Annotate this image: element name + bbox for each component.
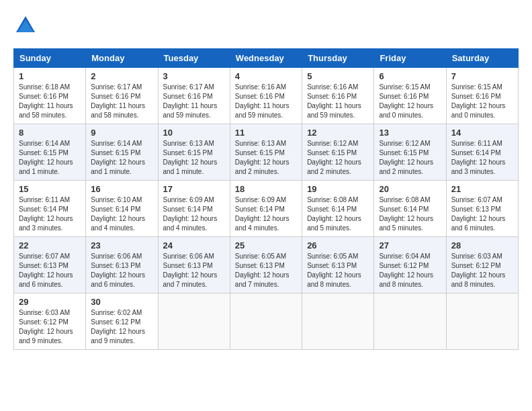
day-info: Sunrise: 6:02 AM Sunset: 6:12 PM Dayligh… — [91, 308, 152, 346]
day-cell: 3Sunrise: 6:17 AM Sunset: 6:16 PM Daylig… — [158, 68, 230, 124]
day-number: 7 — [451, 71, 513, 81]
day-info: Sunrise: 6:14 AM Sunset: 6:15 PM Dayligh… — [19, 139, 81, 177]
day-number: 25 — [235, 240, 297, 250]
day-cell: 7Sunrise: 6:15 AM Sunset: 6:16 PM Daylig… — [446, 68, 518, 124]
day-cell: 10Sunrise: 6:13 AM Sunset: 6:15 PM Dayli… — [158, 124, 230, 181]
day-number: 26 — [307, 240, 369, 250]
header-sunday: Sunday — [14, 49, 86, 68]
day-number: 27 — [379, 240, 441, 250]
day-number: 15 — [19, 184, 81, 194]
day-number: 3 — [163, 71, 225, 81]
day-number: 8 — [19, 128, 81, 138]
day-info: Sunrise: 6:18 AM Sunset: 6:16 PM Dayligh… — [19, 83, 81, 120]
week-row-2: 8Sunrise: 6:14 AM Sunset: 6:15 PM Daylig… — [14, 124, 519, 181]
day-cell: 29Sunrise: 6:03 AM Sunset: 6:12 PM Dayli… — [14, 293, 86, 350]
day-info: Sunrise: 6:11 AM Sunset: 6:14 PM Dayligh… — [451, 139, 513, 177]
day-number: 2 — [91, 71, 152, 81]
day-cell — [158, 293, 230, 350]
day-cell: 8Sunrise: 6:14 AM Sunset: 6:15 PM Daylig… — [14, 124, 86, 181]
day-cell: 17Sunrise: 6:09 AM Sunset: 6:14 PM Dayli… — [158, 181, 230, 237]
day-info: Sunrise: 6:03 AM Sunset: 6:12 PM Dayligh… — [451, 252, 513, 289]
day-number: 14 — [451, 128, 513, 138]
day-info: Sunrise: 6:06 AM Sunset: 6:13 PM Dayligh… — [91, 252, 152, 289]
day-number: 24 — [163, 240, 225, 250]
day-cell: 11Sunrise: 6:13 AM Sunset: 6:15 PM Dayli… — [230, 124, 302, 181]
day-cell: 23Sunrise: 6:06 AM Sunset: 6:13 PM Dayli… — [86, 237, 158, 293]
day-cell: 9Sunrise: 6:14 AM Sunset: 6:15 PM Daylig… — [86, 124, 158, 181]
header-wednesday: Wednesday — [230, 49, 302, 68]
day-cell: 24Sunrise: 6:06 AM Sunset: 6:13 PM Dayli… — [158, 237, 230, 293]
day-number: 12 — [307, 128, 369, 138]
day-number: 10 — [163, 128, 225, 138]
day-number: 22 — [19, 240, 81, 250]
day-cell: 12Sunrise: 6:12 AM Sunset: 6:15 PM Dayli… — [302, 124, 374, 181]
week-row-3: 15Sunrise: 6:11 AM Sunset: 6:14 PM Dayli… — [14, 181, 519, 237]
day-info: Sunrise: 6:06 AM Sunset: 6:13 PM Dayligh… — [163, 252, 225, 289]
day-info: Sunrise: 6:07 AM Sunset: 6:13 PM Dayligh… — [19, 252, 81, 289]
day-cell: 15Sunrise: 6:11 AM Sunset: 6:14 PM Dayli… — [14, 181, 86, 237]
day-cell: 28Sunrise: 6:03 AM Sunset: 6:12 PM Dayli… — [446, 237, 518, 293]
day-info: Sunrise: 6:14 AM Sunset: 6:15 PM Dayligh… — [91, 139, 152, 177]
day-info: Sunrise: 6:05 AM Sunset: 6:13 PM Dayligh… — [307, 252, 369, 289]
day-number: 29 — [19, 297, 81, 307]
day-cell: 25Sunrise: 6:05 AM Sunset: 6:13 PM Dayli… — [230, 237, 302, 293]
day-info: Sunrise: 6:08 AM Sunset: 6:14 PM Dayligh… — [379, 195, 441, 233]
day-cell: 1Sunrise: 6:18 AM Sunset: 6:16 PM Daylig… — [14, 68, 86, 124]
day-info: Sunrise: 6:08 AM Sunset: 6:14 PM Dayligh… — [307, 195, 369, 233]
day-cell: 6Sunrise: 6:15 AM Sunset: 6:16 PM Daylig… — [374, 68, 446, 124]
day-info: Sunrise: 6:10 AM Sunset: 6:14 PM Dayligh… — [91, 195, 152, 233]
day-number: 18 — [235, 184, 297, 194]
logo-icon — [13, 13, 38, 38]
day-cell — [302, 293, 374, 350]
day-cell: 19Sunrise: 6:08 AM Sunset: 6:14 PM Dayli… — [302, 181, 374, 237]
day-cell: 26Sunrise: 6:05 AM Sunset: 6:13 PM Dayli… — [302, 237, 374, 293]
day-info: Sunrise: 6:05 AM Sunset: 6:13 PM Dayligh… — [235, 252, 297, 289]
day-number: 5 — [307, 71, 369, 81]
week-row-1: 1Sunrise: 6:18 AM Sunset: 6:16 PM Daylig… — [14, 68, 519, 124]
day-number: 1 — [19, 71, 81, 81]
day-cell: 4Sunrise: 6:16 AM Sunset: 6:16 PM Daylig… — [230, 68, 302, 124]
day-number: 4 — [235, 71, 297, 81]
day-number: 11 — [235, 128, 297, 138]
day-number: 21 — [451, 184, 513, 194]
day-cell: 2Sunrise: 6:17 AM Sunset: 6:16 PM Daylig… — [86, 68, 158, 124]
day-number: 17 — [163, 184, 225, 194]
day-info: Sunrise: 6:17 AM Sunset: 6:16 PM Dayligh… — [91, 83, 152, 120]
day-info: Sunrise: 6:16 AM Sunset: 6:16 PM Dayligh… — [307, 83, 369, 120]
week-row-4: 22Sunrise: 6:07 AM Sunset: 6:13 PM Dayli… — [14, 237, 519, 293]
header-friday: Friday — [374, 49, 446, 68]
day-cell — [446, 293, 518, 350]
day-number: 28 — [451, 240, 513, 250]
day-info: Sunrise: 6:15 AM Sunset: 6:16 PM Dayligh… — [379, 83, 441, 120]
day-number: 16 — [91, 184, 152, 194]
day-info: Sunrise: 6:03 AM Sunset: 6:12 PM Dayligh… — [19, 308, 81, 346]
day-info: Sunrise: 6:16 AM Sunset: 6:16 PM Dayligh… — [235, 83, 297, 120]
page-header — [13, 13, 519, 38]
day-cell: 21Sunrise: 6:07 AM Sunset: 6:13 PM Dayli… — [446, 181, 518, 237]
day-number: 20 — [379, 184, 441, 194]
calendar: SundayMondayTuesdayWednesdayThursdayFrid… — [13, 48, 519, 350]
day-number: 6 — [379, 71, 441, 81]
day-info: Sunrise: 6:17 AM Sunset: 6:16 PM Dayligh… — [163, 83, 225, 120]
day-number: 19 — [307, 184, 369, 194]
day-cell: 22Sunrise: 6:07 AM Sunset: 6:13 PM Dayli… — [14, 237, 86, 293]
header-thursday: Thursday — [302, 49, 374, 68]
day-cell: 18Sunrise: 6:09 AM Sunset: 6:14 PM Dayli… — [230, 181, 302, 237]
day-cell: 13Sunrise: 6:12 AM Sunset: 6:15 PM Dayli… — [374, 124, 446, 181]
logo — [13, 13, 40, 38]
header-monday: Monday — [86, 49, 158, 68]
day-info: Sunrise: 6:11 AM Sunset: 6:14 PM Dayligh… — [19, 195, 81, 233]
header-tuesday: Tuesday — [158, 49, 230, 68]
week-row-5: 29Sunrise: 6:03 AM Sunset: 6:12 PM Dayli… — [14, 293, 519, 350]
day-info: Sunrise: 6:12 AM Sunset: 6:15 PM Dayligh… — [379, 139, 441, 177]
day-info: Sunrise: 6:12 AM Sunset: 6:15 PM Dayligh… — [307, 139, 369, 177]
day-number: 23 — [91, 240, 152, 250]
day-cell: 14Sunrise: 6:11 AM Sunset: 6:14 PM Dayli… — [446, 124, 518, 181]
day-number: 9 — [91, 128, 152, 138]
day-number: 30 — [91, 297, 152, 307]
day-info: Sunrise: 6:07 AM Sunset: 6:13 PM Dayligh… — [451, 195, 513, 233]
day-cell: 20Sunrise: 6:08 AM Sunset: 6:14 PM Dayli… — [374, 181, 446, 237]
day-info: Sunrise: 6:15 AM Sunset: 6:16 PM Dayligh… — [451, 83, 513, 120]
day-number: 13 — [379, 128, 441, 138]
day-info: Sunrise: 6:13 AM Sunset: 6:15 PM Dayligh… — [163, 139, 225, 177]
